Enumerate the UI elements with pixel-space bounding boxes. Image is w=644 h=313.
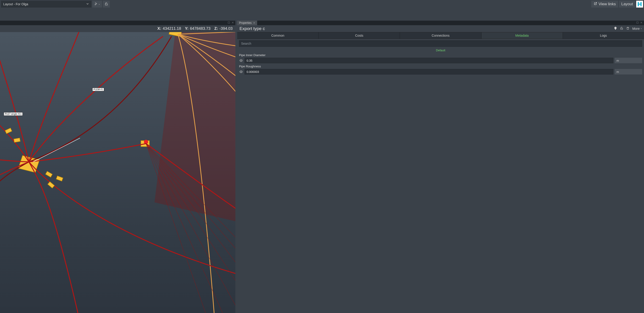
more-button[interactable]: More xyxy=(632,27,642,30)
unit-selector[interactable]: m xyxy=(615,69,642,74)
field-label: Pipe Inner Diameter xyxy=(239,54,642,57)
panel-window-controls xyxy=(635,20,644,25)
coord-x-value: 434211.18 xyxy=(163,26,181,31)
tools-icon xyxy=(94,2,98,6)
close-icon[interactable] xyxy=(640,21,642,24)
tab-connections[interactable]: Connections xyxy=(400,32,481,39)
svg-rect-21 xyxy=(637,22,638,23)
trash-icon[interactable] xyxy=(626,26,630,31)
pipe-inner-diameter-input[interactable] xyxy=(244,58,613,63)
field-pipe-inner-diameter: Pipe Inner Diameter m xyxy=(237,54,644,64)
viewport-titlebar xyxy=(0,20,235,25)
coord-x-label: X: xyxy=(158,26,161,31)
properties-panel: Properties ✕ Export type c xyxy=(237,20,644,313)
tab-common[interactable]: Common xyxy=(237,32,318,39)
unit-selector[interactable]: m xyxy=(615,58,642,63)
layout-button[interactable]: Layout xyxy=(619,1,635,8)
svg-rect-12 xyxy=(5,128,12,134)
viewport-panel: X: 434211.18 Y: 6478483.73 Z: -394.03 xyxy=(0,20,235,313)
more-label: More xyxy=(632,27,640,30)
tab-logs[interactable]: Logs xyxy=(563,32,644,39)
svg-point-8 xyxy=(144,140,148,144)
field-row: m xyxy=(239,58,642,63)
svg-marker-4 xyxy=(154,32,235,245)
panel-tab-properties[interactable]: Properties ✕ xyxy=(237,20,257,25)
properties-title: Export type c xyxy=(240,26,265,31)
topbar-left: Layout - For Olga xyxy=(1,1,110,8)
pin-icon[interactable] xyxy=(614,26,617,31)
brand-logo xyxy=(636,1,643,8)
panel-tab-label: Properties xyxy=(239,21,252,24)
tab-metadata[interactable]: Metadata xyxy=(482,32,563,39)
svg-rect-13 xyxy=(14,138,20,142)
lock-toggle-button[interactable] xyxy=(103,1,110,8)
coord-z-value: -394.03 xyxy=(219,26,232,31)
pipe-roughness-input[interactable] xyxy=(244,69,613,74)
scene-label-plem1[interactable]: PLEM #1 xyxy=(92,88,104,91)
scene-label-plet11[interactable]: PLET single #11 xyxy=(4,112,23,116)
coord-y-label: Y: xyxy=(185,26,188,31)
svg-rect-15 xyxy=(48,182,54,188)
field-label: Pipe Roughness xyxy=(239,64,642,68)
chevron-down-icon xyxy=(86,2,89,6)
close-icon[interactable]: ✕ xyxy=(253,21,255,24)
work-area: X: 434211.18 Y: 6478483.73 Z: -394.03 xyxy=(0,8,644,313)
search-input[interactable] xyxy=(239,40,642,47)
properties-header-icons: More xyxy=(614,26,642,31)
layout-selector[interactable]: Layout - For Olga xyxy=(1,1,92,8)
search-row xyxy=(237,39,644,48)
viewport-canvas[interactable]: PLEM #1 PLET single #11 xyxy=(0,32,235,313)
chevron-down-icon xyxy=(98,2,100,6)
view-links-button[interactable]: View links xyxy=(591,1,618,8)
topbar: Layout - For Olga View links xyxy=(0,0,644,8)
lock-icon[interactable] xyxy=(620,26,623,31)
view-links-label: View links xyxy=(598,2,616,6)
layout-selector-label: Layout - For Olga xyxy=(3,2,28,6)
lock-open-icon xyxy=(104,2,108,6)
coord-y-value: 6478483.73 xyxy=(190,26,210,31)
svg-rect-14 xyxy=(46,171,52,177)
eye-icon[interactable] xyxy=(239,70,243,74)
maximize-icon[interactable] xyxy=(228,21,230,24)
svg-point-23 xyxy=(241,71,242,72)
section-default: Default xyxy=(237,48,644,54)
external-link-icon xyxy=(594,2,597,7)
coordinate-bar: X: 434211.18 Y: 6478483.73 Z: -394.03 xyxy=(0,25,235,32)
field-pipe-roughness: Pipe Roughness m xyxy=(237,64,644,76)
close-icon[interactable] xyxy=(232,21,234,24)
svg-rect-3 xyxy=(228,22,230,23)
coord-z-label: Z: xyxy=(214,26,218,31)
maximize-icon[interactable] xyxy=(636,21,639,24)
field-row: m xyxy=(239,69,642,74)
properties-header: Export type c More xyxy=(237,25,644,32)
eye-icon[interactable] xyxy=(239,59,243,62)
tools-button[interactable] xyxy=(92,1,102,8)
svg-point-22 xyxy=(241,60,242,61)
svg-rect-16 xyxy=(56,176,63,181)
panel-tabstrip: Properties ✕ xyxy=(237,20,644,25)
topbar-right: View links Layout xyxy=(591,1,643,8)
chevron-down-icon xyxy=(640,28,642,30)
layout-button-label: Layout xyxy=(621,2,633,6)
tab-costs[interactable]: Costs xyxy=(318,32,400,39)
properties-tabs: Common Costs Connections Metadata Logs xyxy=(237,32,644,39)
svg-rect-2 xyxy=(638,4,642,4)
